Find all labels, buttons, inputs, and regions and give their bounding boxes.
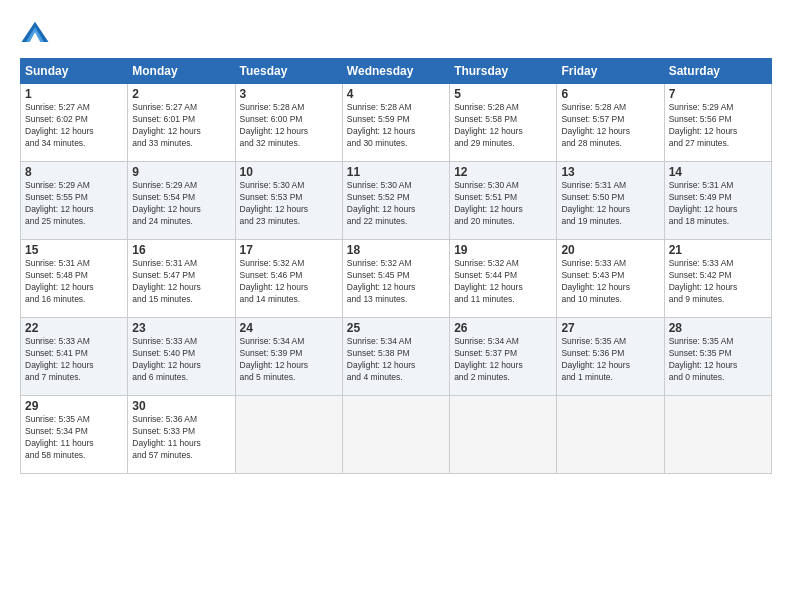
day-info: Sunrise: 5:30 AM Sunset: 5:52 PM Dayligh…	[347, 180, 445, 228]
day-info: Sunrise: 5:34 AM Sunset: 5:39 PM Dayligh…	[240, 336, 338, 384]
day-cell: 6Sunrise: 5:28 AM Sunset: 5:57 PM Daylig…	[557, 84, 664, 162]
day-cell: 24Sunrise: 5:34 AM Sunset: 5:39 PM Dayli…	[235, 318, 342, 396]
calendar-table: SundayMondayTuesdayWednesdayThursdayFrid…	[20, 58, 772, 474]
day-cell: 23Sunrise: 5:33 AM Sunset: 5:40 PM Dayli…	[128, 318, 235, 396]
col-header-wednesday: Wednesday	[342, 59, 449, 84]
day-number: 28	[669, 321, 767, 335]
day-number: 9	[132, 165, 230, 179]
day-info: Sunrise: 5:27 AM Sunset: 6:02 PM Dayligh…	[25, 102, 123, 150]
day-info: Sunrise: 5:31 AM Sunset: 5:49 PM Dayligh…	[669, 180, 767, 228]
day-cell: 28Sunrise: 5:35 AM Sunset: 5:35 PM Dayli…	[664, 318, 771, 396]
day-number: 18	[347, 243, 445, 257]
day-info: Sunrise: 5:31 AM Sunset: 5:48 PM Dayligh…	[25, 258, 123, 306]
day-number: 20	[561, 243, 659, 257]
day-cell: 29Sunrise: 5:35 AM Sunset: 5:34 PM Dayli…	[21, 396, 128, 474]
day-number: 6	[561, 87, 659, 101]
col-header-friday: Friday	[557, 59, 664, 84]
day-info: Sunrise: 5:36 AM Sunset: 5:33 PM Dayligh…	[132, 414, 230, 462]
day-number: 5	[454, 87, 552, 101]
day-cell: 1Sunrise: 5:27 AM Sunset: 6:02 PM Daylig…	[21, 84, 128, 162]
day-number: 29	[25, 399, 123, 413]
day-info: Sunrise: 5:35 AM Sunset: 5:34 PM Dayligh…	[25, 414, 123, 462]
day-number: 27	[561, 321, 659, 335]
day-number: 1	[25, 87, 123, 101]
day-cell: 26Sunrise: 5:34 AM Sunset: 5:37 PM Dayli…	[450, 318, 557, 396]
col-header-saturday: Saturday	[664, 59, 771, 84]
day-info: Sunrise: 5:33 AM Sunset: 5:42 PM Dayligh…	[669, 258, 767, 306]
day-info: Sunrise: 5:27 AM Sunset: 6:01 PM Dayligh…	[132, 102, 230, 150]
day-cell	[450, 396, 557, 474]
header	[20, 18, 772, 48]
day-cell: 13Sunrise: 5:31 AM Sunset: 5:50 PM Dayli…	[557, 162, 664, 240]
day-number: 24	[240, 321, 338, 335]
day-info: Sunrise: 5:32 AM Sunset: 5:46 PM Dayligh…	[240, 258, 338, 306]
day-number: 19	[454, 243, 552, 257]
day-number: 25	[347, 321, 445, 335]
day-cell: 21Sunrise: 5:33 AM Sunset: 5:42 PM Dayli…	[664, 240, 771, 318]
day-cell	[235, 396, 342, 474]
day-number: 15	[25, 243, 123, 257]
day-number: 26	[454, 321, 552, 335]
day-info: Sunrise: 5:31 AM Sunset: 5:47 PM Dayligh…	[132, 258, 230, 306]
day-number: 14	[669, 165, 767, 179]
day-info: Sunrise: 5:31 AM Sunset: 5:50 PM Dayligh…	[561, 180, 659, 228]
day-info: Sunrise: 5:32 AM Sunset: 5:45 PM Dayligh…	[347, 258, 445, 306]
day-cell: 27Sunrise: 5:35 AM Sunset: 5:36 PM Dayli…	[557, 318, 664, 396]
day-info: Sunrise: 5:28 AM Sunset: 6:00 PM Dayligh…	[240, 102, 338, 150]
day-cell: 4Sunrise: 5:28 AM Sunset: 5:59 PM Daylig…	[342, 84, 449, 162]
day-number: 4	[347, 87, 445, 101]
day-number: 16	[132, 243, 230, 257]
day-info: Sunrise: 5:28 AM Sunset: 5:58 PM Dayligh…	[454, 102, 552, 150]
day-info: Sunrise: 5:29 AM Sunset: 5:56 PM Dayligh…	[669, 102, 767, 150]
day-info: Sunrise: 5:34 AM Sunset: 5:38 PM Dayligh…	[347, 336, 445, 384]
day-number: 3	[240, 87, 338, 101]
week-row-3: 15Sunrise: 5:31 AM Sunset: 5:48 PM Dayli…	[21, 240, 772, 318]
day-info: Sunrise: 5:29 AM Sunset: 5:55 PM Dayligh…	[25, 180, 123, 228]
week-row-1: 1Sunrise: 5:27 AM Sunset: 6:02 PM Daylig…	[21, 84, 772, 162]
page: SundayMondayTuesdayWednesdayThursdayFrid…	[0, 0, 792, 612]
day-cell: 11Sunrise: 5:30 AM Sunset: 5:52 PM Dayli…	[342, 162, 449, 240]
day-info: Sunrise: 5:29 AM Sunset: 5:54 PM Dayligh…	[132, 180, 230, 228]
day-cell: 16Sunrise: 5:31 AM Sunset: 5:47 PM Dayli…	[128, 240, 235, 318]
logo-icon	[20, 18, 50, 48]
day-info: Sunrise: 5:33 AM Sunset: 5:43 PM Dayligh…	[561, 258, 659, 306]
week-row-2: 8Sunrise: 5:29 AM Sunset: 5:55 PM Daylig…	[21, 162, 772, 240]
day-cell: 14Sunrise: 5:31 AM Sunset: 5:49 PM Dayli…	[664, 162, 771, 240]
day-info: Sunrise: 5:32 AM Sunset: 5:44 PM Dayligh…	[454, 258, 552, 306]
day-info: Sunrise: 5:35 AM Sunset: 5:36 PM Dayligh…	[561, 336, 659, 384]
day-info: Sunrise: 5:30 AM Sunset: 5:51 PM Dayligh…	[454, 180, 552, 228]
day-cell: 15Sunrise: 5:31 AM Sunset: 5:48 PM Dayli…	[21, 240, 128, 318]
day-cell: 18Sunrise: 5:32 AM Sunset: 5:45 PM Dayli…	[342, 240, 449, 318]
day-number: 23	[132, 321, 230, 335]
day-cell: 30Sunrise: 5:36 AM Sunset: 5:33 PM Dayli…	[128, 396, 235, 474]
day-cell: 2Sunrise: 5:27 AM Sunset: 6:01 PM Daylig…	[128, 84, 235, 162]
col-header-tuesday: Tuesday	[235, 59, 342, 84]
day-number: 11	[347, 165, 445, 179]
day-cell: 5Sunrise: 5:28 AM Sunset: 5:58 PM Daylig…	[450, 84, 557, 162]
day-number: 2	[132, 87, 230, 101]
day-number: 10	[240, 165, 338, 179]
day-cell: 3Sunrise: 5:28 AM Sunset: 6:00 PM Daylig…	[235, 84, 342, 162]
day-number: 12	[454, 165, 552, 179]
logo	[20, 18, 56, 48]
day-number: 7	[669, 87, 767, 101]
day-info: Sunrise: 5:30 AM Sunset: 5:53 PM Dayligh…	[240, 180, 338, 228]
week-row-5: 29Sunrise: 5:35 AM Sunset: 5:34 PM Dayli…	[21, 396, 772, 474]
col-header-monday: Monday	[128, 59, 235, 84]
day-number: 13	[561, 165, 659, 179]
header-row: SundayMondayTuesdayWednesdayThursdayFrid…	[21, 59, 772, 84]
day-cell: 19Sunrise: 5:32 AM Sunset: 5:44 PM Dayli…	[450, 240, 557, 318]
day-cell: 12Sunrise: 5:30 AM Sunset: 5:51 PM Dayli…	[450, 162, 557, 240]
day-cell: 17Sunrise: 5:32 AM Sunset: 5:46 PM Dayli…	[235, 240, 342, 318]
day-cell: 10Sunrise: 5:30 AM Sunset: 5:53 PM Dayli…	[235, 162, 342, 240]
day-number: 8	[25, 165, 123, 179]
day-cell: 9Sunrise: 5:29 AM Sunset: 5:54 PM Daylig…	[128, 162, 235, 240]
day-cell	[342, 396, 449, 474]
col-header-thursday: Thursday	[450, 59, 557, 84]
day-cell: 20Sunrise: 5:33 AM Sunset: 5:43 PM Dayli…	[557, 240, 664, 318]
day-info: Sunrise: 5:28 AM Sunset: 5:59 PM Dayligh…	[347, 102, 445, 150]
day-cell: 8Sunrise: 5:29 AM Sunset: 5:55 PM Daylig…	[21, 162, 128, 240]
day-number: 21	[669, 243, 767, 257]
day-info: Sunrise: 5:35 AM Sunset: 5:35 PM Dayligh…	[669, 336, 767, 384]
day-number: 22	[25, 321, 123, 335]
